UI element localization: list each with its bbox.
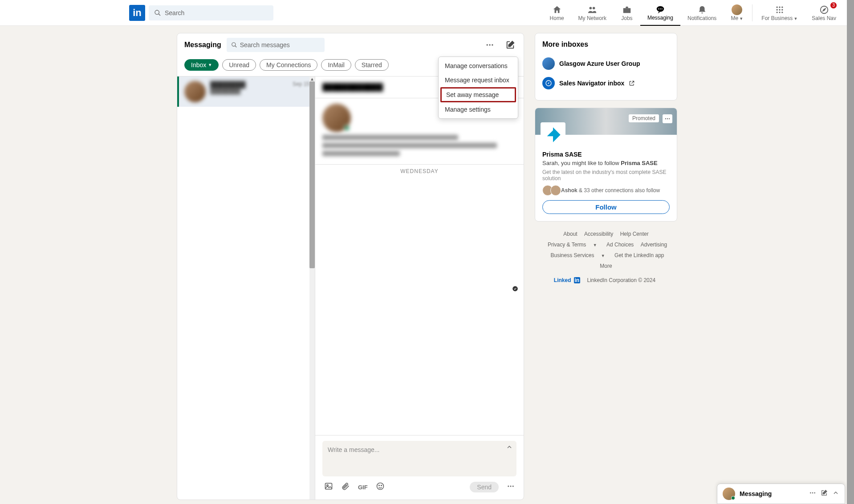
expand-compose-button[interactable]	[506, 444, 513, 452]
footer-links: About Accessibility Help Center Privacy …	[535, 229, 677, 286]
svg-point-39	[667, 118, 668, 119]
nav-home[interactable]: Home	[543, 0, 571, 26]
compose-toolbar: GIF Send	[322, 476, 516, 494]
svg-point-33	[510, 486, 512, 487]
nav-notifications[interactable]: Notifications	[680, 0, 724, 26]
svg-point-6	[658, 8, 659, 9]
image-icon	[324, 482, 333, 491]
svg-point-3	[593, 7, 595, 9]
date-separator: WEDNESDAY	[315, 165, 524, 178]
nav-divider	[752, 4, 752, 21]
footer-advertising[interactable]: Advertising	[641, 242, 667, 248]
mini-compose-button[interactable]	[821, 489, 828, 498]
svg-point-23	[489, 44, 490, 45]
promo-text: Sarah, you might like to follow Prisma S…	[542, 160, 670, 166]
footer-adchoices[interactable]: Ad Choices	[606, 242, 634, 248]
gif-button[interactable]: GIF	[358, 484, 368, 491]
attach-image-button[interactable]	[324, 482, 333, 492]
footer-about[interactable]: About	[563, 231, 577, 237]
nav-jobs[interactable]: Jobs	[614, 0, 640, 26]
promo-company-name[interactable]: Prisma SASE	[542, 151, 670, 158]
inbox-salesnav[interactable]: Sales Navigator inbox	[542, 73, 670, 93]
svg-point-26	[512, 286, 518, 291]
briefcase-icon	[622, 4, 632, 15]
nav-business[interactable]: For Business▼	[754, 0, 805, 26]
filter-starred[interactable]: Starred	[355, 59, 389, 71]
svg-point-7	[660, 8, 661, 9]
svg-point-20	[232, 43, 235, 46]
list-scrollbar[interactable]: ▲	[309, 77, 315, 500]
svg-point-0	[155, 10, 159, 14]
compose-more-button[interactable]	[507, 482, 515, 492]
filter-inbox[interactable]: Inbox▼	[184, 59, 219, 71]
svg-point-42	[812, 492, 813, 494]
svg-marker-36	[548, 82, 549, 84]
promoted-label: Promoted	[629, 114, 659, 122]
more-inboxes-card: More inboxes Glasgow Azure User Group Sa…	[535, 33, 677, 101]
top-navigation: in Search Home My Network Jobs Messaging…	[0, 0, 854, 26]
dropdown-manage-settings[interactable]: Manage settings	[439, 102, 518, 117]
svg-rect-4	[623, 8, 631, 13]
filter-unread[interactable]: Unread	[222, 59, 256, 71]
dots-icon	[809, 489, 816, 496]
messaging-title: Messaging	[184, 41, 221, 49]
page-scrollbar[interactable]	[847, 0, 854, 504]
attach-file-button[interactable]	[341, 482, 350, 492]
presence-indicator	[731, 496, 735, 500]
paperclip-icon	[341, 482, 350, 491]
conversation-item[interactable]: ████████ ████████ Sep 15	[177, 77, 315, 107]
footer-privacy[interactable]: Privacy & Terms ▼	[545, 242, 600, 248]
right-rail: More inboxes Glasgow Azure User Group Sa…	[535, 33, 677, 500]
inbox-glasgow[interactable]: Glasgow Azure User Group	[542, 54, 670, 73]
scroll-thumb[interactable]	[847, 0, 854, 504]
salesnav-badge: 3	[830, 2, 837, 9]
svg-point-13	[779, 9, 780, 10]
scroll-thumb[interactable]	[309, 81, 315, 268]
dropdown-set-away-message[interactable]: Set away message	[440, 87, 516, 102]
caret-down-icon: ▼	[793, 16, 797, 21]
footer-accessibility[interactable]: Accessibility	[584, 231, 613, 237]
mini-more-button[interactable]	[809, 489, 816, 498]
dropdown-request-inbox[interactable]: Message request inbox	[439, 73, 518, 87]
promo-description: Get the latest on the industry's most co…	[542, 169, 670, 181]
send-button[interactable]: Send	[470, 482, 499, 492]
footer-get-app[interactable]: Get the LinkedIn app	[614, 252, 664, 258]
compose-new-button[interactable]	[504, 39, 516, 51]
svg-point-24	[492, 44, 493, 45]
message-input[interactable]: Write a message...	[322, 441, 516, 476]
mini-expand-button[interactable]	[832, 489, 839, 498]
emoji-icon	[376, 482, 385, 491]
footer-business-services[interactable]: Business Services ▼	[548, 252, 607, 258]
global-search[interactable]: Search	[149, 5, 273, 20]
compose-icon	[821, 489, 828, 496]
more-options-button[interactable]	[484, 39, 496, 51]
footer-copyright: Linkedin LinkedIn Corporation © 2024	[538, 275, 674, 286]
scroll-up-icon[interactable]: ▲	[309, 77, 315, 81]
messaging-panel: Messaging Search messages Manage convers…	[177, 33, 524, 500]
messaging-mini-panel[interactable]: Messaging	[717, 484, 845, 504]
svg-point-14	[781, 9, 783, 10]
messages-search[interactable]: Search messages	[227, 38, 325, 52]
nav-network[interactable]: My Network	[571, 0, 614, 26]
nav-messaging[interactable]: Messaging	[640, 0, 680, 26]
filter-inmail[interactable]: InMail	[321, 59, 351, 71]
nav-salesnav[interactable]: 3 Sales Nav	[805, 0, 843, 26]
dropdown-manage-conversations[interactable]: Manage conversations	[439, 59, 518, 73]
linkedin-logo[interactable]: in	[129, 5, 145, 21]
filter-connections[interactable]: My Connections	[260, 59, 317, 71]
svg-point-22	[487, 44, 488, 45]
svg-line-21	[235, 46, 236, 48]
promo-more-button[interactable]	[663, 114, 672, 123]
footer-more[interactable]: More	[600, 263, 612, 269]
footer-help[interactable]: Help Center	[620, 231, 649, 237]
dots-icon	[485, 40, 494, 49]
emoji-button[interactable]	[376, 482, 385, 492]
promoted-card: Promoted Prisma SASE Sarah, you might li…	[535, 108, 677, 222]
people-icon	[587, 4, 597, 15]
nav-me[interactable]: Me▼	[724, 0, 750, 26]
avatar-icon	[732, 4, 742, 15]
chevron-up-icon	[832, 489, 839, 496]
caret-down-icon: ▼	[593, 243, 597, 247]
follow-button[interactable]: Follow	[542, 200, 670, 214]
svg-point-43	[814, 492, 815, 494]
